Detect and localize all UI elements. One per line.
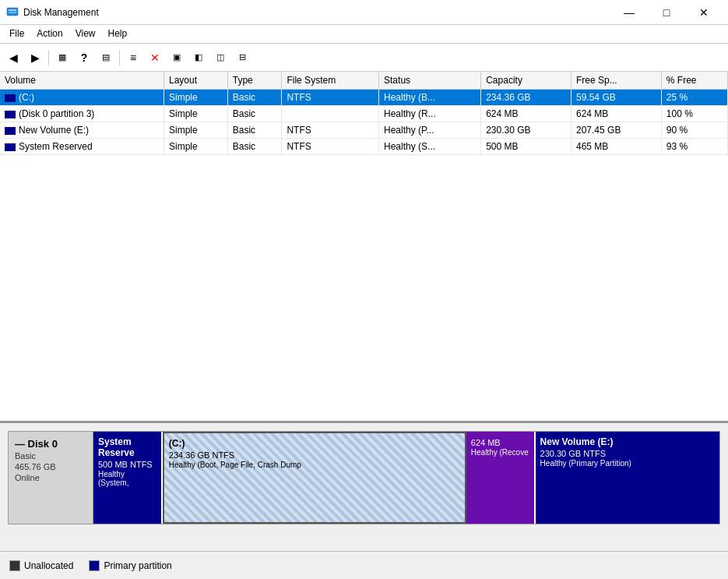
cell-volume: System Reserved bbox=[0, 139, 164, 155]
cell-capacity: 500 MB bbox=[481, 139, 571, 155]
toolbar-separator-2 bbox=[119, 50, 120, 65]
cell-type: Basic bbox=[227, 90, 282, 106]
menu-file[interactable]: File bbox=[3, 26, 30, 41]
cell-status: Healthy (B... bbox=[379, 90, 481, 106]
svg-rect-2 bbox=[9, 12, 16, 13]
partition-name: (C:) bbox=[169, 438, 460, 449]
col-header-type: Type bbox=[227, 72, 282, 90]
cell-type: Basic bbox=[227, 106, 282, 122]
table-row[interactable]: New Volume (E:) Simple Basic NTFS Health… bbox=[0, 122, 728, 139]
partition-status: Healthy (Recove bbox=[471, 448, 529, 457]
cell-status: Healthy (S... bbox=[379, 139, 481, 155]
disk-type: Basic bbox=[15, 451, 86, 461]
col-header-volume: Volume bbox=[0, 72, 164, 90]
cell-pct: 93 % bbox=[661, 139, 727, 155]
cell-status: Healthy (P... bbox=[379, 122, 481, 139]
disk-label: — Disk 0 Basic 465.76 GB Online bbox=[8, 431, 93, 524]
cell-filesystem: NTFS bbox=[282, 122, 379, 139]
disk-partitions: System Reserve 500 MB NTFS Healthy (Syst… bbox=[93, 431, 720, 524]
disk-def-button[interactable]: ◫ bbox=[210, 48, 230, 68]
app-icon bbox=[6, 6, 19, 19]
disk-partition[interactable]: System Reserve 500 MB NTFS Healthy (Syst… bbox=[93, 432, 163, 524]
legend-primary: Primary partition bbox=[89, 560, 171, 571]
volume-table-pane: Volume Layout Type File System Status Ca… bbox=[0, 72, 728, 423]
main-content: Volume Layout Type File System Status Ca… bbox=[0, 72, 728, 579]
col-header-layout: Layout bbox=[164, 72, 227, 90]
cell-status: Healthy (R... bbox=[379, 106, 481, 122]
table-scroll[interactable]: Volume Layout Type File System Status Ca… bbox=[0, 72, 728, 421]
rescan-button[interactable]: ⊟ bbox=[232, 48, 252, 68]
cell-capacity: 624 MB bbox=[481, 106, 571, 122]
partition-status: Healthy (System, bbox=[98, 470, 157, 487]
table-header-row: Volume Layout Type File System Status Ca… bbox=[0, 72, 728, 90]
disk-size: 465.76 GB bbox=[15, 462, 86, 471]
table-row[interactable]: (C:) Simple Basic NTFS Healthy (B... 234… bbox=[0, 90, 728, 106]
window-controls: — □ ✕ bbox=[611, 3, 722, 22]
diskpart-icon[interactable]: ≡ bbox=[123, 48, 143, 68]
cell-type: Basic bbox=[227, 122, 282, 139]
cell-volume: (Disk 0 partition 3) bbox=[0, 106, 164, 122]
cell-volume: New Volume (E:) bbox=[0, 122, 164, 139]
title-bar: Disk Management — □ ✕ bbox=[0, 0, 728, 25]
table-row[interactable]: System Reserved Simple Basic NTFS Health… bbox=[0, 139, 728, 155]
help-button[interactable]: ? bbox=[74, 48, 94, 68]
properties-button[interactable]: ▦ bbox=[52, 48, 72, 68]
cell-filesystem bbox=[282, 106, 379, 122]
menu-action[interactable]: Action bbox=[30, 26, 69, 41]
menu-view[interactable]: View bbox=[69, 26, 102, 41]
close-button[interactable]: ✕ bbox=[686, 3, 722, 22]
partition-size: 230.30 GB NTFS bbox=[540, 449, 715, 458]
forward-button[interactable]: ▶ bbox=[25, 48, 45, 68]
legend-primary-color bbox=[89, 560, 100, 571]
toolbar: ◀ ▶ ▦ ? ▤ ≡ ✕ ▣ ◧ ◫ ⊟ bbox=[0, 44, 728, 72]
maximize-button[interactable]: □ bbox=[649, 3, 684, 22]
col-header-filesystem: File System bbox=[282, 72, 379, 90]
col-header-capacity: Capacity bbox=[481, 72, 571, 90]
cell-volume: (C:) bbox=[0, 90, 164, 106]
cell-layout: Simple bbox=[164, 106, 227, 122]
extend-vol-button[interactable]: ▤ bbox=[96, 48, 116, 68]
col-header-free: Free Sp... bbox=[571, 72, 662, 90]
delete-button[interactable]: ✕ bbox=[145, 48, 165, 68]
legend-bar: Unallocated Primary partition bbox=[0, 551, 728, 579]
disk-partition[interactable]: New Volume (E:) 230.30 GB NTFS Healthy (… bbox=[536, 432, 719, 524]
partition-status: Healthy (Primary Partition) bbox=[540, 459, 715, 468]
format-button[interactable]: ▣ bbox=[167, 48, 187, 68]
cell-capacity: 230.30 GB bbox=[481, 122, 571, 139]
legend-unallocated: Unallocated bbox=[9, 560, 73, 571]
partition-name: New Volume (E:) bbox=[540, 436, 715, 447]
menu-bar: File Action View Help bbox=[0, 25, 728, 44]
partition-name: System Reserve bbox=[98, 436, 157, 458]
cell-filesystem: NTFS bbox=[282, 90, 379, 106]
partition-size: 234.36 GB NTFS bbox=[169, 450, 460, 460]
cell-type: Basic bbox=[227, 139, 282, 155]
col-header-status: Status bbox=[379, 72, 481, 90]
cell-free: 59.54 GB bbox=[571, 90, 662, 106]
legend-primary-label: Primary partition bbox=[104, 560, 171, 571]
disk-partition[interactable]: (C:) 234.36 GB NTFS Healthy (Boot, Page … bbox=[163, 432, 466, 524]
cell-pct: 90 % bbox=[661, 122, 727, 139]
table-row[interactable]: (Disk 0 partition 3) Simple Basic Health… bbox=[0, 106, 728, 122]
cell-pct: 100 % bbox=[661, 106, 727, 122]
volume-table: Volume Layout Type File System Status Ca… bbox=[0, 72, 728, 155]
partition-size: 500 MB NTFS bbox=[98, 460, 157, 469]
disk-row: — Disk 0 Basic 465.76 GB Online System R… bbox=[8, 431, 720, 524]
back-button[interactable]: ◀ bbox=[3, 48, 23, 68]
cell-layout: Simple bbox=[164, 139, 227, 155]
cell-capacity: 234.36 GB bbox=[481, 90, 571, 106]
cell-free: 465 MB bbox=[571, 139, 662, 155]
menu-help[interactable]: Help bbox=[102, 26, 134, 41]
cell-free: 207.45 GB bbox=[571, 122, 662, 139]
legend-unalloc-label: Unallocated bbox=[24, 560, 73, 571]
add-mirror-button[interactable]: ◧ bbox=[188, 48, 209, 68]
toolbar-separator-1 bbox=[48, 50, 49, 65]
partition-size: 624 MB bbox=[471, 438, 529, 447]
svg-rect-1 bbox=[9, 9, 16, 11]
col-header-pct: % Free bbox=[661, 72, 727, 90]
legend-unalloc-color bbox=[9, 560, 20, 571]
minimize-button[interactable]: — bbox=[611, 3, 647, 22]
partition-status: Healthy (Boot, Page File, Crash Dump bbox=[169, 461, 460, 469]
disk-partition[interactable]: 624 MB Healthy (Recove bbox=[466, 432, 536, 524]
cell-free: 624 MB bbox=[571, 106, 662, 122]
cell-pct: 25 % bbox=[661, 90, 727, 106]
